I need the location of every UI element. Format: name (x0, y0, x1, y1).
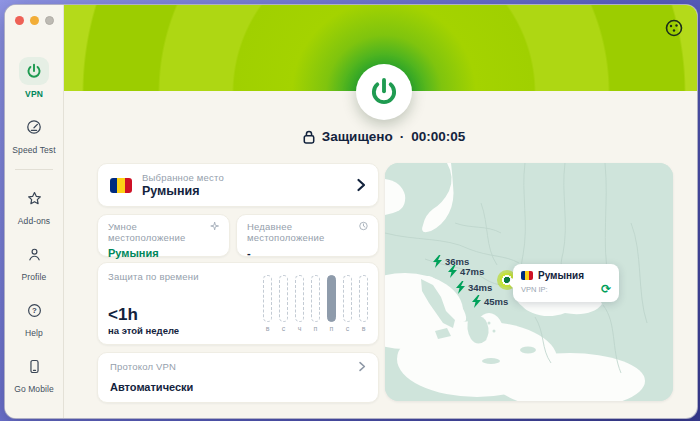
sidebar-item-label: Go Mobile (14, 384, 54, 394)
day-label: с (282, 325, 286, 332)
power-icon (19, 57, 49, 85)
day-label: в (266, 325, 270, 332)
status-text: Защищено (322, 129, 393, 144)
day-label: в (362, 325, 366, 332)
phone-icon (19, 352, 49, 380)
smart-location-label: Умное местоположение (108, 221, 210, 243)
question-circle-icon: ? (19, 296, 49, 324)
vpn-protocol-value: Автоматически (110, 381, 366, 393)
lightning-icon (455, 281, 466, 294)
speedometer-icon (19, 113, 49, 141)
connect-power-button[interactable] (356, 64, 412, 120)
ping-marker: 34ms (455, 281, 492, 294)
location-tooltip: Румыния VPN IP: ⟳ (513, 264, 619, 302)
sidebar-item-go-mobile[interactable]: Go Mobile (5, 352, 63, 394)
weekly-usage-chart: в с ч п п с в (263, 275, 368, 332)
sidebar-item-label: Profile (22, 272, 47, 282)
lock-icon (303, 130, 315, 144)
romania-flag-icon (521, 271, 533, 280)
chevron-right-icon (356, 178, 366, 192)
sidebar-item-profile[interactable]: Profile (5, 240, 63, 282)
usage-bar (359, 275, 368, 322)
sidebar-item-add-ons[interactable]: Add-ons (5, 184, 63, 226)
sidebar: VPN Speed Test Ad (5, 5, 64, 418)
usage-bar (263, 275, 272, 322)
chevron-right-icon (358, 361, 366, 372)
window-controls (15, 16, 54, 25)
map-panel: 36ms 47ms 34ms 45ms Румыния (385, 163, 673, 401)
day-label: с (346, 325, 350, 332)
romania-flag-icon (110, 178, 132, 193)
language-globe-icon[interactable] (664, 18, 684, 38)
tooltip-country: Румыния (538, 270, 584, 281)
clock-icon (359, 221, 368, 231)
ping-value: 47ms (460, 266, 484, 277)
star-icon (19, 184, 49, 212)
recent-location-label: Недавнее местоположение (247, 221, 359, 243)
vpn-ip-label: VPN IP: (521, 285, 548, 294)
ping-value: 34ms (468, 282, 492, 293)
lightning-icon (447, 265, 458, 278)
usage-bar (311, 275, 320, 322)
ping-marker: 45ms (471, 295, 508, 308)
power-icon (368, 76, 400, 108)
vpn-protocol-card[interactable]: Протокол VPN Автоматически (97, 352, 379, 403)
sidebar-item-speed-test[interactable]: Speed Test (5, 113, 63, 155)
sidebar-divider (15, 169, 53, 170)
time-protection-value: <1h (108, 305, 138, 325)
close-window-button[interactable] (15, 16, 24, 25)
sidebar-item-label: Speed Test (12, 145, 55, 155)
status-separator: · (400, 129, 405, 144)
person-icon (19, 240, 49, 268)
lightning-icon (471, 295, 482, 308)
smart-location-value: Румыния (108, 247, 219, 259)
time-protection-card: Защита по времени <1h на этой неделе в с… (97, 262, 379, 345)
refresh-ip-icon[interactable]: ⟳ (601, 284, 611, 294)
sidebar-item-label: Help (25, 328, 43, 338)
sidebar-item-vpn[interactable]: VPN (5, 57, 63, 99)
usage-bar (295, 275, 304, 322)
zoom-window-button[interactable] (45, 16, 54, 25)
lightning-icon (432, 255, 443, 268)
ping-value: 45ms (484, 296, 508, 307)
connection-status: Защищено · 00:00:05 (71, 129, 697, 144)
usage-bar (279, 275, 288, 322)
app-window: VPN Speed Test Ad (4, 4, 698, 419)
smart-location-card: Умное местоположение Румыния (97, 214, 230, 257)
selected-location-value: Румыния (142, 184, 356, 198)
selected-location-card[interactable]: Выбранное место Румыния (97, 163, 379, 207)
day-label: п (330, 325, 334, 332)
ping-marker: 47ms (447, 265, 484, 278)
selected-location-label: Выбранное место (142, 172, 356, 183)
minimize-window-button[interactable] (30, 16, 39, 25)
time-protection-subtitle: на этой неделе (108, 325, 179, 336)
svg-text:?: ? (32, 306, 37, 315)
day-label: ч (298, 325, 302, 332)
recent-location-value: - (247, 247, 368, 259)
recent-location-card: Недавнее местоположение - (236, 214, 379, 257)
sidebar-item-label: VPN (25, 89, 43, 99)
usage-bar (343, 275, 352, 322)
sidebar-item-label: Add-ons (18, 216, 50, 226)
usage-bar (327, 275, 336, 322)
day-label: п (314, 325, 318, 332)
sparkle-icon (210, 221, 219, 231)
vpn-protocol-label: Протокол VPN (110, 361, 176, 372)
sidebar-item-help[interactable]: ? Help (5, 296, 63, 338)
session-timer: 00:00:05 (411, 129, 465, 144)
